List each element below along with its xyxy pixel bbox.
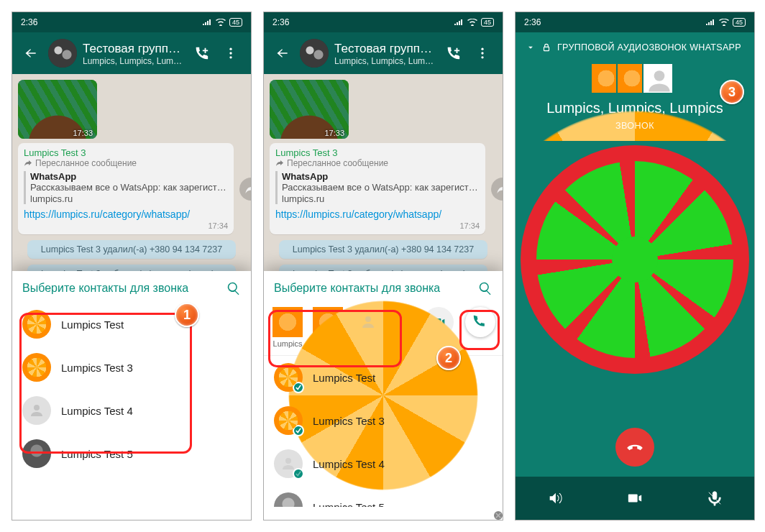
search-icon[interactable] [226,281,241,295]
incoming-message[interactable]: Lumpics Test 3 Пересланное сообщение Wha… [270,143,485,234]
group-subtitle: Lumpics, Lumpics, Lumpics, Lumpics, ... [334,56,438,66]
contact-list: Lumpics Test Lumpics Test 3 Lumpics Test… [12,303,251,475]
status-icons: 45 [202,18,242,27]
link-desc: Рассказываем все о WatsApp: как зарегист… [282,182,480,193]
contact-list: Lumpics Test Lumpics Test 3 Lumpics Test… [264,356,503,507]
participant-avatars [526,63,744,94]
contact-name: Lumpics Test [61,318,124,331]
step-badge-1: 1 [175,303,199,327]
system-message: Lumpics Test 3 удалил(-а) +380 94 134 72… [279,240,488,259]
call-status: ЗВОНОК [526,121,744,131]
image-message[interactable]: 17:33 [270,80,349,139]
status-bar: 2:36 45 [264,12,503,32]
end-call-button[interactable] [615,428,654,467]
system-message: Lumpics Test 3 удалил(-а) +380 94 134 72… [27,240,237,259]
contact-row[interactable]: Lumpics Test 4 [12,389,251,432]
group-title: Тестовая группа 👍 [83,41,186,56]
msg-time: 17:34 [275,221,480,230]
link-domain: lumpics.ru [282,193,480,204]
selected-contact[interactable]: Lumpics [311,307,344,348]
title-block[interactable]: Тестовая группа 👍 Lumpics, Lumpics, Lump… [83,41,186,66]
contact-picker-sheet: Выберите контакты для звонка Lumpics Tes… [12,271,251,520]
add-call-icon[interactable] [438,45,468,61]
phone-1: 2:36 45 Тестовая группа 👍 Lumpics, Lumpi… [12,12,252,520]
contact-name: Lumpics Test 4 [313,458,385,470]
incoming-message[interactable]: Lumpics Test 3 Пересланное сообщение Wha… [18,143,234,234]
link-domain: lumpics.ru [30,193,228,204]
contact-picker-sheet: Выберите контакты для звонка Lumpics Lum… [264,271,503,520]
contact-avatar [274,363,303,392]
svg-point-0 [229,48,232,50]
add-call-icon[interactable] [186,45,216,61]
contact-row[interactable]: Lumpics Test [264,356,503,399]
image-time: 17:33 [324,129,344,137]
link-url[interactable]: https://lumpics.ru/category/whatsapp/ [24,208,228,220]
forward-button[interactable] [491,178,503,201]
status-icons: 45 [454,18,494,27]
battery-icon: 45 [229,18,242,27]
speaker-button[interactable] [547,490,563,506]
step-badge-3: 3 [720,80,744,104]
forward-button[interactable] [239,178,251,201]
check-icon [293,425,304,436]
svg-point-1 [229,52,232,54]
contact-row[interactable]: Lumpics Test 5 [12,432,251,475]
menu-icon[interactable] [216,46,245,60]
group-avatar[interactable] [300,39,329,68]
contact-avatar [274,406,303,435]
svg-point-8 [285,458,291,464]
contact-row[interactable]: Lumpics Test [12,303,251,346]
search-icon[interactable] [478,281,493,295]
contact-name: Lumpics Test 5 [61,448,133,460]
contact-name: Lumpics Test 3 [313,415,385,427]
battery-icon: 45 [733,18,746,27]
msg-time: 17:34 [24,221,228,230]
image-message[interactable]: 17:33 [18,80,97,139]
status-bar: 2:36 45 [12,12,251,32]
contact-name: Lumpics Test 3 [61,362,133,374]
svg-rect-9 [544,47,549,50]
group-subtitle: Lumpics, Lumpics, Lumpics, Lumpics, ... [83,56,186,66]
participant-avatar [616,63,648,94]
link-title: WhatsApp [30,171,228,182]
contact-row[interactable]: Lumpics Test 3 [264,399,503,442]
selected-contacts-row: Lumpics Lumpics Lumpics [264,303,503,356]
back-icon[interactable] [17,46,45,60]
contact-avatar [274,449,303,478]
app-bar: Тестовая группа 👍 Lumpics, Lumpics, Lump… [12,32,251,74]
check-icon [293,382,304,393]
mute-button[interactable] [707,490,723,506]
contact-avatar [22,310,51,339]
check-icon [293,468,304,480]
contact-name: Lumpics Test [313,372,375,384]
sender-name: Lumpics Test 3 [275,147,480,158]
menu-icon[interactable] [468,46,497,60]
contact-row[interactable]: Lumpics Test 3 [12,346,251,389]
svg-point-6 [481,56,483,58]
group-avatar[interactable] [48,39,77,68]
contact-row[interactable]: Lumpics Test 5 [264,485,503,507]
svg-point-2 [229,56,232,58]
sheet-header: Выберите контакты для звонка [12,271,251,303]
svg-point-3 [34,405,40,411]
contact-avatar [22,396,51,425]
contact-avatar [22,353,51,382]
forwarded-label: Пересланное сообщение [24,158,228,168]
call-header: ГРУППОВОЙ АУДИОЗВОНОК WHATSAPP Lumpics, … [516,32,754,141]
svg-point-7 [365,316,371,322]
image-time: 17:33 [73,129,93,137]
step-badge-2: 2 [436,346,461,370]
link-preview: WhatsApp Рассказываем все о WatsApp: как… [275,171,480,204]
phone-2: 2:36 45 Тестовая группа 👍 Lumpics, Lumpi… [263,12,503,520]
remove-icon[interactable] [493,510,503,520]
link-preview: WhatsApp Рассказываем все о WatsApp: как… [24,171,228,204]
status-icons: 45 [705,18,746,27]
title-block[interactable]: Тестовая группа 👍 Lumpics, Lumpics, Lump… [334,41,438,66]
status-time: 2:36 [524,17,541,27]
contact-name: Lumpics Test 4 [61,405,133,417]
svg-point-4 [481,48,483,50]
back-icon[interactable] [268,46,297,60]
app-bar: Тестовая группа 👍 Lumpics, Lumpics, Lump… [264,32,503,74]
contact-row[interactable]: Lumpics Test 4 [264,442,503,485]
link-url[interactable]: https://lumpics.ru/category/whatsapp/ [275,208,480,220]
